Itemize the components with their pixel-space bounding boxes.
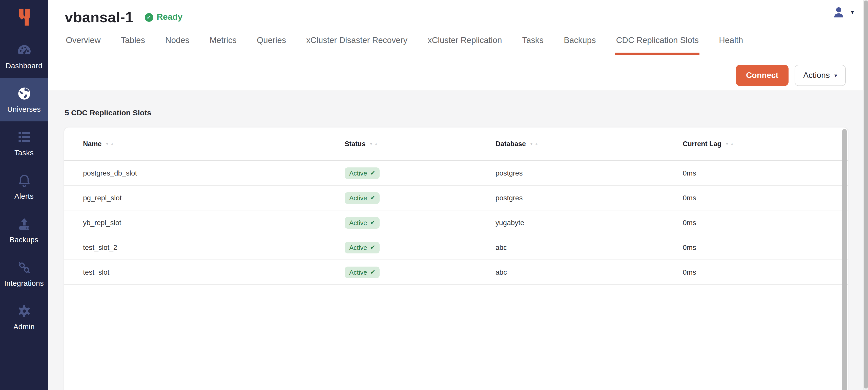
table-row[interactable]: pg_repl_slot Active✔ postgres 0ms: [64, 186, 848, 210]
table-row[interactable]: test_slot Active✔ abc 0ms: [64, 260, 848, 285]
universe-header: vbansal-1 ✓ Ready ▾ Overview Tables Node…: [48, 0, 868, 91]
sidebar-item-label: Tasks: [14, 149, 34, 157]
sort-control[interactable]: ▼▲: [725, 142, 734, 146]
universe-tabs: Overview Tables Nodes Metrics Queries xC…: [48, 32, 868, 55]
sort-control[interactable]: ▼▲: [369, 142, 378, 146]
status-badge: Active✔: [345, 217, 380, 228]
sort-desc-icon: ▼: [369, 142, 373, 146]
list-icon: [17, 129, 32, 145]
table-row[interactable]: yb_repl_slot Active✔ yugabyte 0ms: [64, 210, 848, 235]
slot-database: yugabyte: [495, 219, 683, 227]
slots-table-card: Name ▼▲ Status ▼▲ Database ▼▲ Current La…: [64, 127, 848, 390]
sort-control[interactable]: ▼▲: [105, 142, 114, 146]
slot-name: yb_repl_slot: [83, 219, 345, 227]
slot-current-lag: 0ms: [683, 243, 848, 251]
slot-database: postgres: [495, 194, 683, 202]
slot-database: abc: [495, 243, 683, 251]
globe-icon: [17, 86, 32, 101]
sort-asc-icon: ▲: [730, 142, 734, 146]
column-header-database: Database ▼▲: [495, 140, 683, 148]
status-badge: Active✔: [345, 192, 380, 204]
caret-down-icon: ▾: [851, 9, 854, 15]
tab-metrics[interactable]: Metrics: [209, 32, 237, 55]
status-badge: ✓ Ready: [145, 12, 182, 22]
user-menu[interactable]: ▾: [833, 6, 854, 18]
slots-count-heading: 5 CDC Replication Slots: [65, 108, 868, 117]
plug-icon: [17, 260, 32, 275]
main-area: vbansal-1 ✓ Ready ▾ Overview Tables Node…: [48, 0, 868, 390]
sidebar-item-integrations[interactable]: Integrations: [0, 252, 48, 295]
actions-label: Actions: [803, 71, 830, 80]
status-badge: Active✔: [345, 266, 380, 278]
check-icon: ✔: [370, 269, 375, 276]
tab-overview[interactable]: Overview: [65, 32, 102, 55]
upload-icon: [17, 217, 32, 232]
sort-asc-icon: ▲: [534, 142, 538, 146]
sidebar-item-label: Backups: [10, 236, 38, 244]
check-icon: ✔: [370, 219, 375, 226]
gear-icon: [17, 303, 32, 319]
bell-icon: [17, 173, 32, 188]
sidebar-item-label: Alerts: [14, 192, 34, 200]
table-scrollbar-thumb[interactable]: [842, 129, 847, 390]
sidebar-item-backups[interactable]: Backups: [0, 208, 48, 252]
column-header-name: Name ▼▲: [83, 140, 345, 148]
column-header-status: Status ▼▲: [345, 140, 495, 148]
tab-xcluster-disaster-recovery[interactable]: xCluster Disaster Recovery: [305, 32, 408, 55]
yugabyte-logo[interactable]: [0, 0, 48, 34]
slot-current-lag: 0ms: [683, 219, 848, 227]
caret-down-icon: ▾: [834, 72, 837, 79]
status-badge: Active✔: [345, 167, 380, 179]
tab-cdc-replication-slots[interactable]: CDC Replication Slots: [615, 32, 700, 55]
slot-database: postgres: [495, 169, 683, 177]
sidebar-item-label: Dashboard: [6, 62, 42, 70]
sidebar-item-label: Universes: [7, 105, 41, 113]
tab-queries[interactable]: Queries: [256, 32, 287, 55]
sort-asc-icon: ▲: [110, 142, 114, 146]
page-scrollbar-thumb[interactable]: [864, 1, 868, 388]
tab-tables[interactable]: Tables: [120, 32, 146, 55]
slot-name: postgres_db_slot: [83, 169, 345, 177]
status-label: Ready: [157, 12, 182, 22]
content-area: 5 CDC Replication Slots Name ▼▲ Status ▼…: [48, 91, 868, 390]
sidebar-item-alerts[interactable]: Alerts: [0, 165, 48, 208]
sort-control[interactable]: ▼▲: [529, 142, 538, 146]
tab-xcluster-replication[interactable]: xCluster Replication: [427, 32, 503, 55]
slot-name: test_slot_2: [83, 243, 345, 251]
gauge-icon: [17, 42, 32, 58]
tab-backups[interactable]: Backups: [563, 32, 597, 55]
page-title: vbansal-1: [65, 9, 133, 26]
sidebar-item-label: Admin: [13, 323, 35, 331]
slot-database: abc: [495, 268, 683, 276]
table-scrollbar: [842, 129, 847, 390]
sidebar-item-admin[interactable]: Admin: [0, 295, 48, 339]
tab-nodes[interactable]: Nodes: [164, 32, 190, 55]
yugabyte-logo-icon: [17, 8, 32, 27]
sidebar-item-dashboard[interactable]: Dashboard: [0, 34, 48, 78]
tab-tasks[interactable]: Tasks: [521, 32, 545, 55]
app-window: Dashboard Universes Tasks Alerts Backups: [0, 0, 868, 390]
sort-asc-icon: ▲: [374, 142, 378, 146]
check-icon: ✔: [370, 169, 375, 176]
sidebar-item-tasks[interactable]: Tasks: [0, 121, 48, 165]
check-circle-icon: ✓: [145, 13, 153, 22]
sidebar-item-label: Integrations: [4, 279, 44, 287]
sort-desc-icon: ▼: [105, 142, 109, 146]
table-header-row: Name ▼▲ Status ▼▲ Database ▼▲ Current La…: [64, 127, 848, 161]
sort-desc-icon: ▼: [725, 142, 729, 146]
user-avatar-icon: [833, 6, 845, 18]
connect-button[interactable]: Connect: [736, 65, 788, 86]
sidebar-item-universes[interactable]: Universes: [0, 78, 48, 121]
tab-health[interactable]: Health: [718, 32, 744, 55]
actions-button[interactable]: Actions ▾: [795, 65, 846, 86]
table-row[interactable]: test_slot_2 Active✔ abc 0ms: [64, 235, 848, 260]
slot-name: pg_repl_slot: [83, 194, 345, 202]
column-header-current-lag: Current Lag ▼▲: [683, 140, 848, 148]
page-scrollbar: [863, 0, 868, 390]
table-row[interactable]: postgres_db_slot Active✔ postgres 0ms: [64, 161, 848, 186]
slot-current-lag: 0ms: [683, 268, 848, 276]
sidebar: Dashboard Universes Tasks Alerts Backups: [0, 0, 48, 390]
slot-current-lag: 0ms: [683, 194, 848, 202]
sort-desc-icon: ▼: [529, 142, 533, 146]
status-badge: Active✔: [345, 241, 380, 253]
